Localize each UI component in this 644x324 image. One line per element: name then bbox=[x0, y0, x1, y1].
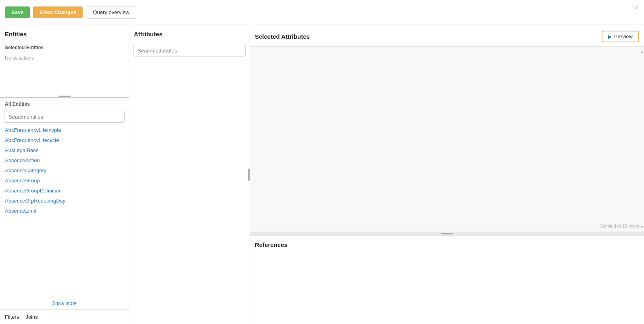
list-item[interactable]: AbsenceGrpReducingDay bbox=[2, 196, 127, 206]
all-entities-label: All Entities bbox=[0, 98, 129, 109]
list-item[interactable]: AbsenceGroupDefinition bbox=[2, 186, 127, 196]
search-attributes-input[interactable] bbox=[133, 45, 246, 56]
entities-panel: Entities Selected Entities No selections… bbox=[0, 25, 129, 324]
references-title: References bbox=[250, 235, 644, 252]
attr-resize-handle[interactable] bbox=[248, 169, 250, 181]
attributes-panel-title: Attributes bbox=[129, 25, 250, 42]
preview-label: Preview bbox=[614, 33, 633, 40]
scroll-up-icon[interactable]: ▲ bbox=[640, 49, 644, 54]
references-area: References bbox=[250, 235, 644, 324]
toolbar: Save Clear Changes Query overview ⤢ bbox=[0, 0, 644, 25]
selected-attributes-area: ▲ ▼ (Limited to 10 rows) bbox=[250, 46, 644, 232]
expand-icon[interactable]: ⤢ bbox=[634, 4, 639, 10]
bottom-tabs: FiltersJoins bbox=[0, 309, 129, 324]
play-icon: ▶ bbox=[608, 34, 612, 40]
list-item[interactable]: AbsenceCategory bbox=[2, 165, 127, 176]
all-entities-area: All Entities AbcFrequencyLifeInvplaAbcFr… bbox=[0, 98, 129, 309]
tab-joins[interactable]: Joins bbox=[25, 311, 38, 323]
save-button[interactable]: Save bbox=[5, 6, 30, 18]
vertical-resize-handle[interactable] bbox=[250, 232, 644, 235]
scroll-controls: ▲ ▼ bbox=[640, 47, 644, 232]
main-layout: Entities Selected Entities No selections… bbox=[0, 25, 644, 324]
selected-attributes-header: Selected Attributes ▶ Preview bbox=[250, 25, 644, 46]
attributes-panel: Attributes bbox=[129, 25, 250, 324]
list-item[interactable]: AbsLegalBase bbox=[2, 145, 127, 155]
search-entities-input[interactable] bbox=[4, 111, 125, 123]
selected-entities-label: Selected Entities bbox=[0, 42, 129, 52]
entities-panel-title: Entities bbox=[0, 25, 129, 42]
no-selections-text: No selections bbox=[0, 52, 129, 64]
selected-attributes-title: Selected Attributes bbox=[255, 33, 310, 40]
list-item[interactable]: AbsenceAction bbox=[2, 155, 127, 165]
selected-entities-area: Selected Entities No selections bbox=[0, 42, 129, 98]
entity-list: AbcFrequencyLifeInvplaAbcFrequencyLifecy… bbox=[0, 125, 129, 297]
resize-handle[interactable] bbox=[58, 96, 71, 97]
list-item[interactable]: AbcFrequencyLifeInvpla bbox=[2, 125, 127, 135]
clear-changes-button[interactable]: Clear Changes bbox=[33, 6, 83, 18]
list-item[interactable]: AbsenceGroup bbox=[2, 176, 127, 186]
show-more-button[interactable]: Show more bbox=[0, 297, 129, 309]
list-item[interactable]: AbsenceLimit bbox=[2, 206, 127, 216]
list-item[interactable]: AbcFrequencyLifecycle bbox=[2, 135, 127, 145]
limited-rows-text: (Limited to 10 rows) bbox=[600, 224, 639, 228]
right-panel: Selected Attributes ▶ Preview ▲ ▼ (Limit… bbox=[250, 25, 644, 324]
scroll-down-icon[interactable]: ▼ bbox=[640, 225, 644, 229]
drag-indicator bbox=[441, 233, 453, 234]
tab-filters[interactable]: Filters bbox=[5, 311, 19, 323]
preview-button[interactable]: ▶ Preview bbox=[602, 31, 639, 42]
query-overview-button[interactable]: Query overview bbox=[86, 6, 136, 19]
